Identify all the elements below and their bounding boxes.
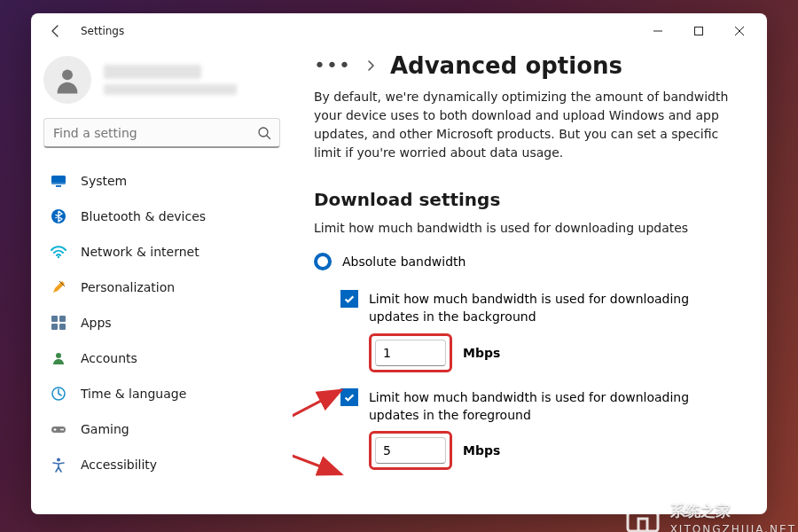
search-input[interactable]: [43, 118, 280, 148]
page-title: Advanced options: [390, 52, 622, 79]
maximize-button[interactable]: [678, 17, 719, 45]
close-button[interactable]: [719, 17, 760, 45]
chevron-right-icon: [365, 58, 376, 74]
paintbrush-icon: [51, 279, 66, 295]
sidebar-item-label: Apps: [81, 316, 112, 330]
svg-rect-0: [695, 27, 703, 35]
profile-block[interactable]: [43, 56, 282, 104]
sidebar-item-label: Bluetooth & devices: [81, 209, 206, 223]
unit-label: Mbps: [463, 346, 500, 360]
sidebar-item-label: Gaming: [81, 422, 129, 436]
sidebar-item-label: Time & language: [81, 387, 186, 401]
svg-point-7: [58, 256, 59, 258]
settings-window: Settings: [31, 13, 767, 514]
sidebar-item-apps[interactable]: Apps: [42, 306, 282, 340]
watermark-url: XITONGZHIJIA.NET: [670, 523, 796, 532]
breadcrumb: ••• Advanced options: [314, 52, 749, 79]
svg-point-12: [56, 353, 61, 358]
radio-absolute-bandwidth[interactable]: [314, 253, 332, 270]
page-description: By default, we're dynamically optimizing…: [314, 88, 739, 162]
checkbox-row-foreground-limit: Limit how much bandwidth is used for dow…: [340, 388, 749, 425]
checkbox-background-limit[interactable]: [340, 290, 358, 308]
sidebar-nav: System Bluetooth & devices Network & int…: [42, 164, 282, 481]
annotation-highlight-bg-input: [369, 333, 452, 372]
svg-point-15: [60, 429, 62, 431]
sidebar-item-accessibility[interactable]: Accessibility: [42, 448, 282, 481]
sidebar-item-accounts[interactable]: Accounts: [42, 341, 282, 375]
foreground-bandwidth-input[interactable]: [375, 437, 446, 464]
app-title: Settings: [81, 25, 124, 37]
sidebar-item-label: Personalization: [81, 280, 175, 294]
accessibility-icon: [51, 457, 66, 473]
checkbox-foreground-limit[interactable]: [340, 388, 358, 406]
sidebar-item-time-language[interactable]: Time & language: [42, 377, 282, 411]
radio-absolute-bandwidth-row: Absolute bandwidth: [314, 253, 749, 270]
sidebar-item-gaming[interactable]: Gaming: [42, 412, 282, 446]
watermark: 系统之家 XITONGZHIJIA.NET: [622, 495, 796, 532]
sidebar-item-label: Accessibility: [81, 458, 157, 472]
sidebar-item-label: System: [81, 174, 127, 188]
input-row-background: Mbps: [369, 333, 749, 372]
svg-line-19: [293, 439, 341, 474]
checkbox-label: Limit how much bandwidth is used for dow…: [369, 290, 741, 326]
checkbox-label: Limit how much bandwidth is used for dow…: [369, 388, 741, 425]
annotation-highlight-fg-input: [369, 431, 452, 470]
content-area: ••• Advanced options By default, we're d…: [293, 49, 767, 514]
monitor-icon: [51, 173, 66, 189]
annotation-arrows: [293, 368, 372, 492]
back-button[interactable]: [43, 19, 68, 43]
svg-line-18: [293, 390, 341, 439]
person-icon: [51, 350, 66, 366]
sidebar-item-personalization[interactable]: Personalization: [42, 270, 282, 304]
bluetooth-icon: [51, 208, 66, 224]
window-controls: [638, 17, 760, 45]
clock-globe-icon: [51, 386, 66, 402]
radio-label: Absolute bandwidth: [342, 254, 466, 269]
search-box: [43, 118, 280, 148]
titlebar: Settings: [31, 13, 767, 49]
sidebar-item-network[interactable]: Network & internet: [42, 235, 282, 269]
gamepad-icon: [51, 421, 66, 437]
watermark-brand: 系统之家: [670, 501, 796, 521]
svg-point-2: [259, 128, 268, 137]
section-subdesc: Limit how much bandwidth is used for dow…: [314, 221, 749, 235]
svg-rect-9: [59, 316, 66, 322]
input-row-foreground: Mbps: [369, 431, 749, 470]
background-bandwidth-input[interactable]: [375, 340, 446, 366]
sidebar-item-system[interactable]: System: [42, 164, 282, 198]
svg-rect-10: [51, 324, 58, 330]
profile-text-blurred: [104, 65, 237, 95]
svg-point-1: [62, 69, 73, 80]
wifi-icon: [51, 244, 66, 260]
svg-point-16: [62, 429, 64, 431]
sidebar-item-label: Network & internet: [81, 245, 200, 259]
checkbox-row-background-limit: Limit how much bandwidth is used for dow…: [340, 290, 749, 326]
minimize-button[interactable]: [638, 17, 678, 45]
unit-label: Mbps: [463, 443, 500, 458]
sidebar: System Bluetooth & devices Network & int…: [31, 49, 293, 514]
svg-rect-5: [56, 185, 61, 187]
body-area: System Bluetooth & devices Network & int…: [31, 49, 767, 514]
search-icon: [257, 126, 271, 140]
avatar: [43, 56, 91, 104]
sidebar-item-label: Accounts: [81, 351, 137, 365]
breadcrumb-ellipsis[interactable]: •••: [314, 56, 351, 75]
section-heading-download: Download settings: [314, 189, 749, 210]
watermark-logo-icon: [622, 495, 663, 532]
svg-rect-4: [51, 183, 66, 184]
svg-point-17: [57, 458, 60, 462]
sidebar-item-bluetooth[interactable]: Bluetooth & devices: [42, 200, 282, 233]
svg-rect-11: [59, 324, 66, 330]
apps-icon: [51, 315, 66, 331]
svg-rect-8: [51, 316, 58, 322]
